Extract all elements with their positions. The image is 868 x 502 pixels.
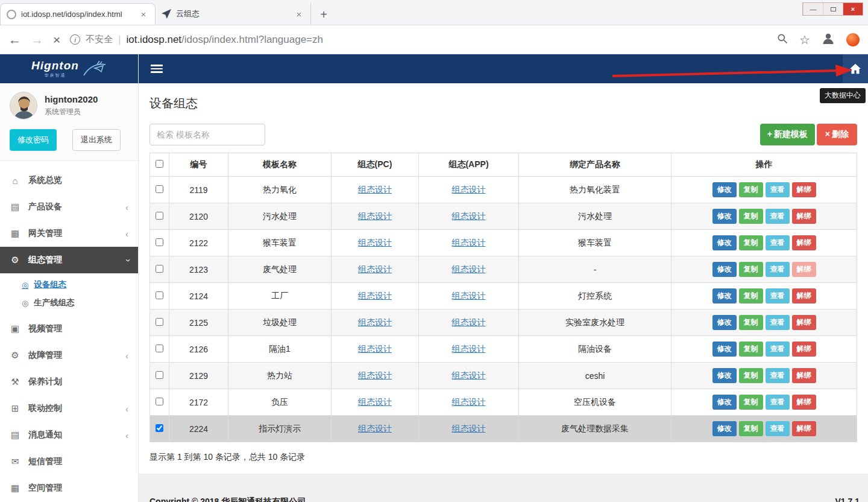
edit-button[interactable]: 修改 xyxy=(712,421,737,436)
sidebar-subitem-生产线组态[interactable]: ◎生产线组态 xyxy=(0,294,138,312)
sidebar-item-保养计划[interactable]: ⚒保养计划 xyxy=(0,369,138,395)
copy-button[interactable]: 复制 xyxy=(739,182,763,197)
sidebar-item-组态管理[interactable]: ⚙组态管理‹ xyxy=(0,247,138,273)
row-checkbox[interactable] xyxy=(156,291,163,299)
row-checkbox[interactable] xyxy=(156,185,163,193)
view-button[interactable]: 查看 xyxy=(766,262,790,277)
pc-design-link[interactable]: 组态设计 xyxy=(358,317,392,327)
edit-button[interactable]: 修改 xyxy=(712,262,737,277)
view-button[interactable]: 查看 xyxy=(766,235,790,250)
copy-button[interactable]: 复制 xyxy=(739,262,763,277)
sidebar-subitem-设备组态[interactable]: ◎设备组态 xyxy=(0,276,138,294)
unbind-button[interactable]: 解绑 xyxy=(792,342,816,357)
pc-design-link[interactable]: 组态设计 xyxy=(358,185,392,194)
pc-design-link[interactable]: 组态设计 xyxy=(358,211,392,221)
unbind-button[interactable]: 解绑 xyxy=(792,262,816,277)
url-field[interactable]: i 不安全 | iot.idosp.net/idosp/index.html?l… xyxy=(70,34,767,46)
view-button[interactable]: 查看 xyxy=(766,342,790,357)
copy-button[interactable]: 复制 xyxy=(739,342,763,357)
sidebar-item-故障管理[interactable]: ⚙故障管理‹ xyxy=(0,342,138,369)
row-checkbox[interactable] xyxy=(156,371,163,379)
new-tab-button[interactable]: + xyxy=(315,5,333,24)
view-button[interactable]: 查看 xyxy=(766,288,790,303)
sidebar-item-空间管理[interactable]: ▦空间管理 xyxy=(0,475,138,501)
sidebar-item-系统总览[interactable]: ⌂系统总览 xyxy=(0,167,138,194)
row-checkbox[interactable] xyxy=(156,424,163,432)
pc-design-link[interactable]: 组态设计 xyxy=(358,424,392,433)
stop-reload-button[interactable]: × xyxy=(53,33,60,46)
copy-button[interactable]: 复制 xyxy=(739,235,763,250)
edit-button[interactable]: 修改 xyxy=(712,235,737,250)
home-icon[interactable] xyxy=(843,54,868,83)
sidebar-item-视频管理[interactable]: ▣视频管理 xyxy=(0,316,138,342)
forward-button[interactable]: → xyxy=(31,33,43,46)
change-password-button[interactable]: 修改密码 xyxy=(10,129,57,151)
pc-design-link[interactable]: 组态设计 xyxy=(358,370,392,380)
browser-tab-active[interactable]: iot.idosp.net/idosp/index.html × xyxy=(0,3,156,25)
edit-button[interactable]: 修改 xyxy=(712,209,737,224)
profile-avatar-icon[interactable] xyxy=(821,31,835,48)
new-template-button[interactable]: +新建模板 xyxy=(760,124,815,145)
pc-design-link[interactable]: 组态设计 xyxy=(358,344,392,354)
delete-button[interactable]: ×删除 xyxy=(817,124,857,145)
sidebar-item-联动控制[interactable]: ⊞联动控制‹ xyxy=(0,395,138,422)
app-design-link[interactable]: 组态设计 xyxy=(452,185,486,194)
browser-brand-icon[interactable] xyxy=(846,33,860,46)
unbind-button[interactable]: 解绑 xyxy=(792,395,816,410)
unbind-button[interactable]: 解绑 xyxy=(792,209,816,224)
view-button[interactable]: 查看 xyxy=(766,315,790,330)
select-all-checkbox[interactable] xyxy=(156,160,163,168)
bookmark-star-icon[interactable]: ☆ xyxy=(799,33,810,47)
view-button[interactable]: 查看 xyxy=(766,421,790,436)
pc-design-link[interactable]: 组态设计 xyxy=(358,397,392,407)
page-info-icon[interactable]: i xyxy=(70,34,80,45)
search-input[interactable] xyxy=(149,124,265,145)
edit-button[interactable]: 修改 xyxy=(712,315,737,330)
sidebar-item-消息通知[interactable]: ▤消息通知‹ xyxy=(0,422,138,448)
app-design-link[interactable]: 组态设计 xyxy=(452,264,486,274)
logout-button[interactable]: 退出系统 xyxy=(72,129,121,151)
tab-close-icon[interactable]: × xyxy=(138,9,149,19)
sidebar-item-产品设备[interactable]: ▤产品设备‹ xyxy=(0,194,138,220)
copy-button[interactable]: 复制 xyxy=(739,315,763,330)
app-design-link[interactable]: 组态设计 xyxy=(452,370,486,380)
edit-button[interactable]: 修改 xyxy=(712,342,737,357)
pc-design-link[interactable]: 组态设计 xyxy=(358,291,392,300)
row-checkbox[interactable] xyxy=(156,398,163,405)
copy-button[interactable]: 复制 xyxy=(739,368,763,383)
app-design-link[interactable]: 组态设计 xyxy=(452,317,486,327)
edit-button[interactable]: 修改 xyxy=(712,395,737,410)
pc-design-link[interactable]: 组态设计 xyxy=(358,264,392,274)
unbind-button[interactable]: 解绑 xyxy=(792,421,816,436)
row-checkbox[interactable] xyxy=(156,238,163,246)
pc-design-link[interactable]: 组态设计 xyxy=(358,238,392,247)
app-design-link[interactable]: 组态设计 xyxy=(452,344,486,354)
row-checkbox[interactable] xyxy=(156,318,163,326)
edit-button[interactable]: 修改 xyxy=(712,288,737,303)
row-checkbox[interactable] xyxy=(156,212,163,220)
view-button[interactable]: 查看 xyxy=(766,209,790,224)
app-design-link[interactable]: 组态设计 xyxy=(452,291,486,300)
hamburger-menu-icon[interactable] xyxy=(151,65,163,73)
view-button[interactable]: 查看 xyxy=(766,182,790,197)
unbind-button[interactable]: 解绑 xyxy=(792,368,816,383)
unbind-button[interactable]: 解绑 xyxy=(792,288,816,303)
app-design-link[interactable]: 组态设计 xyxy=(452,397,486,407)
edit-button[interactable]: 修改 xyxy=(712,368,737,383)
row-checkbox[interactable] xyxy=(156,265,163,273)
copy-button[interactable]: 复制 xyxy=(739,209,763,224)
tab-close-icon[interactable]: × xyxy=(294,9,304,19)
app-design-link[interactable]: 组态设计 xyxy=(452,424,486,433)
copy-button[interactable]: 复制 xyxy=(739,395,763,410)
edit-button[interactable]: 修改 xyxy=(712,182,737,197)
browser-tab-2[interactable]: 云组态 × xyxy=(156,3,311,25)
sidebar-item-网关管理[interactable]: ▦网关管理‹ xyxy=(0,220,138,247)
unbind-button[interactable]: 解绑 xyxy=(792,315,816,330)
unbind-button[interactable]: 解绑 xyxy=(792,235,816,250)
sidebar-item-短信管理[interactable]: ✉短信管理 xyxy=(0,448,138,475)
app-design-link[interactable]: 组态设计 xyxy=(452,238,486,247)
maximize-button[interactable] xyxy=(823,3,843,15)
row-checkbox[interactable] xyxy=(156,345,163,352)
view-button[interactable]: 查看 xyxy=(766,368,790,383)
unbind-button[interactable]: 解绑 xyxy=(792,182,816,197)
